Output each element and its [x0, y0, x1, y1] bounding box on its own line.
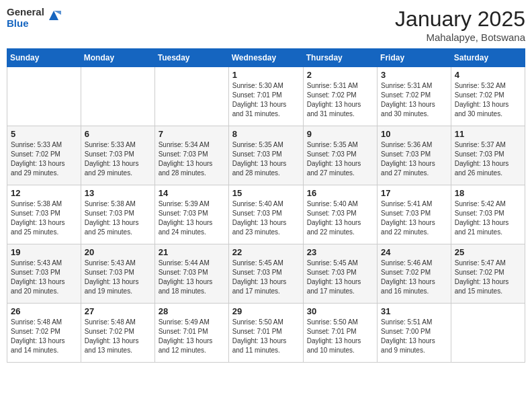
week-row-3: 12Sunrise: 5:38 AM Sunset: 7:03 PM Dayli…: [7, 185, 525, 244]
day-info: Sunrise: 5:47 AM Sunset: 7:02 PM Dayligh…: [455, 259, 521, 296]
weekday-header-row: Sunday Monday Tuesday Wednesday Thursday…: [7, 49, 525, 67]
header-saturday: Saturday: [451, 49, 525, 67]
day-number: 4: [455, 70, 521, 80]
day-cell: 18Sunrise: 5:42 AM Sunset: 7:03 PM Dayli…: [451, 185, 525, 244]
header-tuesday: Tuesday: [154, 49, 228, 67]
day-number: 25: [455, 247, 521, 257]
day-number: 30: [307, 306, 373, 316]
day-info: Sunrise: 5:39 AM Sunset: 7:03 PM Dayligh…: [159, 199, 225, 237]
day-cell: 24Sunrise: 5:46 AM Sunset: 7:02 PM Dayli…: [378, 244, 451, 304]
day-info: Sunrise: 5:38 AM Sunset: 7:03 PM Dayligh…: [11, 199, 77, 237]
day-number: 8: [232, 129, 300, 139]
day-cell: [154, 67, 228, 126]
calendar-table: Sunday Monday Tuesday Wednesday Thursday…: [7, 48, 525, 363]
month-title: January 2025: [395, 7, 525, 32]
day-number: 13: [85, 188, 151, 198]
day-number: 24: [381, 247, 447, 257]
day-number: 31: [381, 306, 447, 316]
day-info: Sunrise: 5:40 AM Sunset: 7:03 PM Dayligh…: [307, 199, 373, 237]
day-cell: 10Sunrise: 5:36 AM Sunset: 7:03 PM Dayli…: [378, 126, 451, 185]
day-cell: 26Sunrise: 5:48 AM Sunset: 7:02 PM Dayli…: [7, 304, 81, 363]
day-cell: 1Sunrise: 5:30 AM Sunset: 7:01 PM Daylig…: [228, 67, 303, 126]
day-number: 12: [11, 188, 77, 198]
header-friday: Friday: [378, 49, 451, 67]
day-number: 21: [159, 247, 225, 257]
day-info: Sunrise: 5:48 AM Sunset: 7:02 PM Dayligh…: [11, 318, 77, 355]
day-cell: 8Sunrise: 5:35 AM Sunset: 7:03 PM Daylig…: [228, 126, 303, 185]
day-info: Sunrise: 5:49 AM Sunset: 7:01 PM Dayligh…: [159, 318, 225, 355]
day-cell: 6Sunrise: 5:33 AM Sunset: 7:03 PM Daylig…: [81, 126, 154, 185]
header-thursday: Thursday: [303, 49, 377, 67]
day-info: Sunrise: 5:43 AM Sunset: 7:03 PM Dayligh…: [11, 259, 77, 296]
day-number: 10: [381, 129, 447, 139]
day-info: Sunrise: 5:46 AM Sunset: 7:02 PM Dayligh…: [381, 259, 447, 296]
day-number: 23: [307, 247, 373, 257]
day-cell: 30Sunrise: 5:50 AM Sunset: 7:01 PM Dayli…: [303, 304, 377, 363]
day-info: Sunrise: 5:32 AM Sunset: 7:02 PM Dayligh…: [455, 81, 521, 119]
logo-general: General: [7, 7, 44, 18]
day-cell: 9Sunrise: 5:35 AM Sunset: 7:03 PM Daylig…: [303, 126, 377, 185]
logo-icon: [46, 8, 61, 23]
day-cell: 23Sunrise: 5:45 AM Sunset: 7:03 PM Dayli…: [303, 244, 377, 304]
day-number: 14: [159, 188, 225, 198]
day-number: 26: [11, 306, 77, 316]
day-number: 20: [85, 247, 151, 257]
day-info: Sunrise: 5:31 AM Sunset: 7:02 PM Dayligh…: [307, 81, 373, 119]
week-row-2: 5Sunrise: 5:33 AM Sunset: 7:02 PM Daylig…: [7, 126, 525, 185]
day-info: Sunrise: 5:31 AM Sunset: 7:02 PM Dayligh…: [381, 81, 447, 119]
day-cell: 28Sunrise: 5:49 AM Sunset: 7:01 PM Dayli…: [154, 304, 228, 363]
day-number: 15: [232, 188, 300, 198]
day-number: 2: [307, 70, 373, 80]
day-cell: 16Sunrise: 5:40 AM Sunset: 7:03 PM Dayli…: [303, 185, 377, 244]
day-number: 3: [381, 70, 447, 80]
day-number: 27: [85, 306, 151, 316]
day-cell: 14Sunrise: 5:39 AM Sunset: 7:03 PM Dayli…: [154, 185, 228, 244]
day-info: Sunrise: 5:44 AM Sunset: 7:03 PM Dayligh…: [159, 259, 225, 296]
day-info: Sunrise: 5:38 AM Sunset: 7:03 PM Dayligh…: [85, 199, 151, 237]
day-cell: 7Sunrise: 5:34 AM Sunset: 7:03 PM Daylig…: [154, 126, 228, 185]
day-cell: [81, 67, 154, 126]
title-block: January 2025 Mahalapye, Botswana: [395, 7, 525, 43]
day-info: Sunrise: 5:37 AM Sunset: 7:03 PM Dayligh…: [455, 140, 521, 178]
location-title: Mahalapye, Botswana: [395, 32, 525, 43]
day-cell: 5Sunrise: 5:33 AM Sunset: 7:02 PM Daylig…: [7, 126, 81, 185]
day-info: Sunrise: 5:50 AM Sunset: 7:01 PM Dayligh…: [307, 318, 373, 355]
day-cell: [451, 304, 525, 363]
day-number: 16: [307, 188, 373, 198]
day-cell: 25Sunrise: 5:47 AM Sunset: 7:02 PM Dayli…: [451, 244, 525, 304]
day-cell: 2Sunrise: 5:31 AM Sunset: 7:02 PM Daylig…: [303, 67, 377, 126]
day-info: Sunrise: 5:36 AM Sunset: 7:03 PM Dayligh…: [381, 140, 447, 178]
header-sunday: Sunday: [7, 49, 81, 67]
day-info: Sunrise: 5:48 AM Sunset: 7:02 PM Dayligh…: [85, 318, 151, 355]
day-info: Sunrise: 5:45 AM Sunset: 7:03 PM Dayligh…: [232, 259, 300, 296]
day-number: 1: [232, 70, 300, 80]
day-cell: 27Sunrise: 5:48 AM Sunset: 7:02 PM Dayli…: [81, 304, 154, 363]
day-number: 17: [381, 188, 447, 198]
day-number: 19: [11, 247, 77, 257]
day-info: Sunrise: 5:51 AM Sunset: 7:00 PM Dayligh…: [381, 318, 447, 355]
day-cell: 12Sunrise: 5:38 AM Sunset: 7:03 PM Dayli…: [7, 185, 81, 244]
day-cell: 3Sunrise: 5:31 AM Sunset: 7:02 PM Daylig…: [378, 67, 451, 126]
day-number: 6: [85, 129, 151, 139]
day-cell: 22Sunrise: 5:45 AM Sunset: 7:03 PM Dayli…: [228, 244, 303, 304]
day-info: Sunrise: 5:33 AM Sunset: 7:03 PM Dayligh…: [85, 140, 151, 178]
day-cell: 11Sunrise: 5:37 AM Sunset: 7:03 PM Dayli…: [451, 126, 525, 185]
day-info: Sunrise: 5:30 AM Sunset: 7:01 PM Dayligh…: [232, 81, 300, 119]
page-header: General Blue January 2025 Mahalapye, Bot…: [7, 7, 525, 43]
day-cell: 29Sunrise: 5:50 AM Sunset: 7:01 PM Dayli…: [228, 304, 303, 363]
day-cell: 19Sunrise: 5:43 AM Sunset: 7:03 PM Dayli…: [7, 244, 81, 304]
day-info: Sunrise: 5:50 AM Sunset: 7:01 PM Dayligh…: [232, 318, 300, 355]
day-number: 7: [159, 129, 225, 139]
day-cell: 4Sunrise: 5:32 AM Sunset: 7:02 PM Daylig…: [451, 67, 525, 126]
day-info: Sunrise: 5:35 AM Sunset: 7:03 PM Dayligh…: [307, 140, 373, 178]
day-cell: 17Sunrise: 5:41 AM Sunset: 7:03 PM Dayli…: [378, 185, 451, 244]
day-cell: 15Sunrise: 5:40 AM Sunset: 7:03 PM Dayli…: [228, 185, 303, 244]
week-row-1: 1Sunrise: 5:30 AM Sunset: 7:01 PM Daylig…: [7, 67, 525, 126]
day-info: Sunrise: 5:34 AM Sunset: 7:03 PM Dayligh…: [159, 140, 225, 178]
day-number: 5: [11, 129, 77, 139]
day-info: Sunrise: 5:40 AM Sunset: 7:03 PM Dayligh…: [232, 199, 300, 237]
day-info: Sunrise: 5:35 AM Sunset: 7:03 PM Dayligh…: [232, 140, 300, 178]
day-info: Sunrise: 5:33 AM Sunset: 7:02 PM Dayligh…: [11, 140, 77, 178]
week-row-5: 26Sunrise: 5:48 AM Sunset: 7:02 PM Dayli…: [7, 304, 525, 363]
day-cell: 31Sunrise: 5:51 AM Sunset: 7:00 PM Dayli…: [378, 304, 451, 363]
